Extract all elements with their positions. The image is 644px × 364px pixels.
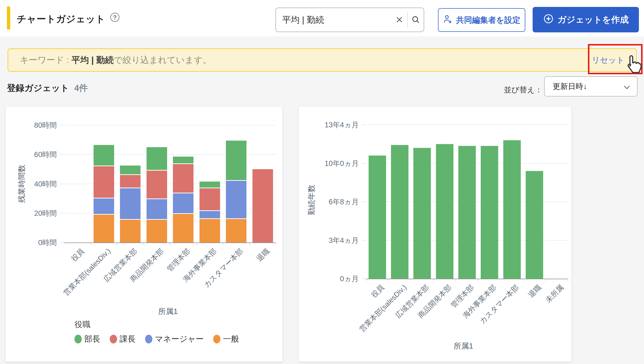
legend-item[interactable]: 部長 bbox=[75, 334, 100, 344]
gadget-card-overtime: 0時間20時間40時間60時間80時間役員営業本部(salesDiv.)広域営業… bbox=[6, 106, 283, 362]
cursor-icon bbox=[623, 54, 642, 75]
x-tick bbox=[568, 279, 568, 282]
y-tick-label: 3年4ヵ月 bbox=[329, 236, 359, 244]
x-category-label: 営業本部(salesDiv.) bbox=[62, 247, 112, 297]
y-tick-label: 10年0ヵ月 bbox=[325, 159, 359, 167]
bar-segment bbox=[173, 156, 194, 164]
y-tick-label: 80時間 bbox=[34, 121, 57, 129]
bar-segment bbox=[200, 219, 220, 242]
registered-gadgets-title: 登録ガジェット4件 bbox=[7, 82, 88, 94]
create-gadget-button[interactable]: ガジェットを作成 bbox=[533, 7, 639, 32]
x-tick bbox=[523, 279, 523, 282]
x-tick bbox=[170, 243, 170, 245]
x-tick bbox=[91, 243, 91, 245]
x-tick bbox=[117, 243, 117, 245]
search-input[interactable] bbox=[276, 15, 391, 25]
bar-segment bbox=[120, 175, 141, 188]
y-tick bbox=[362, 163, 365, 164]
bar-segment bbox=[120, 188, 141, 220]
x-axis-title: 所属1 bbox=[454, 341, 473, 351]
gridline bbox=[64, 125, 276, 125]
y-axis-title: 勤続年数 bbox=[306, 185, 317, 215]
gadget-card-tenure: 0ヵ月3年4ヵ月6年8ヵ月10年0ヵ月13年4ヵ月役員営業本部(salesDiv… bbox=[299, 106, 571, 362]
y-tick bbox=[362, 202, 365, 202]
x-category-label: カスタマー本部 bbox=[478, 283, 520, 325]
legend-item[interactable]: 課長 bbox=[110, 334, 136, 344]
y-tick bbox=[61, 184, 63, 184]
y-tick bbox=[61, 213, 63, 214]
help-icon[interactable]: ? bbox=[110, 13, 119, 22]
legend-item[interactable]: マネージャー bbox=[145, 334, 204, 344]
search-submit-button[interactable] bbox=[408, 8, 424, 32]
x-tick bbox=[456, 279, 456, 282]
y-tick-label: 0ヵ月 bbox=[340, 275, 359, 283]
x-tick bbox=[388, 279, 389, 282]
x-tick bbox=[196, 243, 197, 245]
bar-segment bbox=[120, 220, 141, 242]
create-gadget-label: ガジェットを作成 bbox=[557, 14, 629, 26]
bar-segment bbox=[226, 219, 246, 242]
bar bbox=[413, 148, 431, 279]
bar-segment bbox=[173, 193, 194, 214]
bar bbox=[503, 140, 521, 279]
sort-value: 更新日時↓ bbox=[553, 81, 587, 92]
x-tick bbox=[500, 279, 501, 282]
keyword-filter-banner: キーワード : 平均 | 勤続で絞り込まれています。 リセット bbox=[8, 48, 637, 72]
legend-item[interactable]: 一般 bbox=[213, 334, 239, 344]
bar bbox=[458, 146, 476, 279]
bar-segment bbox=[252, 169, 273, 242]
x-category-label: 未所属 bbox=[544, 283, 565, 304]
x-tick bbox=[366, 279, 366, 282]
legend-title: 役職 bbox=[75, 319, 91, 330]
legend-color-dot bbox=[110, 335, 117, 344]
y-tick bbox=[362, 278, 365, 279]
legend-label: 課長 bbox=[120, 334, 136, 344]
legend-label: 部長 bbox=[84, 334, 100, 344]
chevron-down-icon bbox=[623, 83, 631, 93]
bar-segment bbox=[94, 198, 114, 215]
plus-circle-icon bbox=[543, 13, 554, 26]
bar-segment bbox=[200, 188, 220, 211]
bar-segment bbox=[94, 166, 114, 198]
bar-segment bbox=[200, 211, 220, 219]
y-tick bbox=[362, 240, 365, 240]
x-tick bbox=[144, 243, 144, 245]
bar-segment bbox=[147, 199, 167, 220]
bar bbox=[526, 171, 543, 279]
y-tick bbox=[61, 154, 63, 154]
x-category-label: 役員 bbox=[70, 247, 86, 263]
x-tick bbox=[249, 243, 250, 245]
bar-segment bbox=[173, 164, 194, 193]
bar-segment bbox=[200, 182, 220, 188]
bar-segment bbox=[120, 166, 141, 175]
person-add-icon bbox=[443, 14, 453, 26]
set-coeditors-label: 共同編集者を設定 bbox=[456, 15, 520, 26]
bar-segment bbox=[173, 214, 194, 242]
x-tick bbox=[64, 243, 64, 245]
bar bbox=[436, 144, 453, 279]
x-tick bbox=[276, 243, 276, 245]
x-axis-title: 所属1 bbox=[158, 306, 178, 316]
filter-message: キーワード : 平均 | 勤続で絞り込まれています。 bbox=[20, 54, 212, 66]
y-tick-label: 0時間 bbox=[38, 238, 57, 246]
bar-segment bbox=[147, 147, 167, 171]
y-tick-label: 6年8ヵ月 bbox=[329, 198, 359, 206]
bar-segment bbox=[147, 220, 167, 242]
gadget-search-box bbox=[276, 8, 424, 32]
bar bbox=[481, 146, 498, 279]
sort-dropdown[interactable]: 更新日時↓ bbox=[544, 76, 637, 96]
tenure-bar-chart: 0ヵ月3年4ヵ月6年8ヵ月10年0ヵ月13年4ヵ月役員営業本部(salesDiv… bbox=[299, 106, 571, 362]
x-category-label: 退職 bbox=[255, 247, 271, 263]
bar-segment bbox=[147, 171, 167, 199]
bar-segment bbox=[226, 140, 246, 181]
x-axis-line bbox=[366, 279, 568, 279]
filter-keyword: 平均 | 勤続 bbox=[71, 55, 114, 65]
sort-label: 並び替え： bbox=[504, 85, 542, 95]
search-clear-button[interactable] bbox=[391, 8, 407, 32]
legend-color-dot bbox=[213, 335, 220, 344]
y-tick bbox=[61, 242, 63, 243]
x-category-label: 役員 bbox=[369, 283, 386, 299]
bar-segment bbox=[94, 215, 114, 242]
set-coeditors-button[interactable]: 共同編集者を設定 bbox=[438, 8, 525, 32]
bar bbox=[369, 156, 386, 279]
